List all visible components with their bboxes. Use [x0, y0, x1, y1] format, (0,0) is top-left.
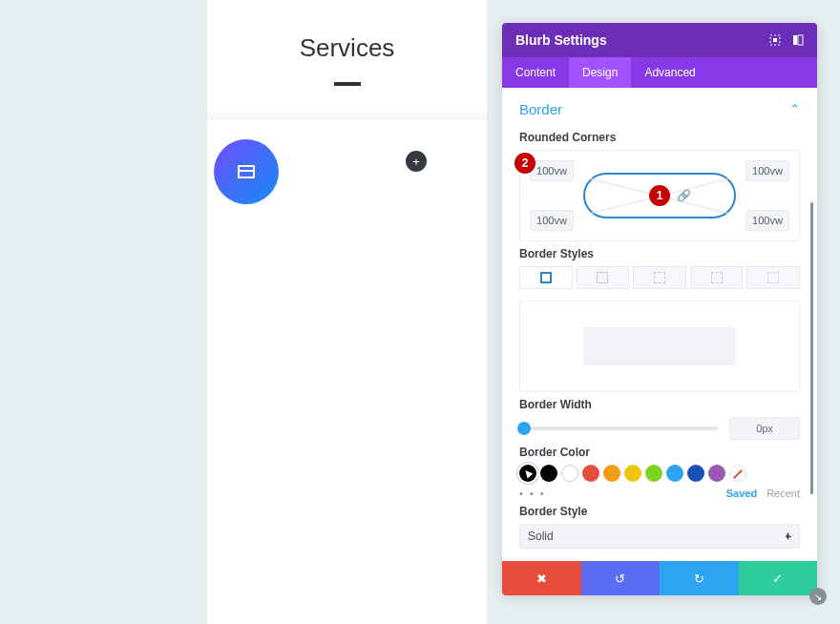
- corner-input-top-left[interactable]: 100vw: [530, 160, 574, 181]
- page-title: Services: [207, 0, 487, 63]
- border-width-slider[interactable]: [519, 426, 718, 430]
- window-icon: [238, 165, 255, 178]
- settings-panel: Blurb Settings Content Design Advanced B…: [502, 23, 817, 595]
- corner-input-top-right[interactable]: 100vw: [746, 160, 789, 181]
- confirm-button[interactable]: ✓: [739, 561, 818, 595]
- recent-colors-tab[interactable]: Recent: [766, 488, 800, 499]
- snap-icon[interactable]: [792, 34, 804, 46]
- label-border-color: Border Color: [519, 446, 800, 459]
- settings-tabs: Content Design Advanced: [502, 57, 817, 88]
- select-caret-icon: ▲▼: [785, 532, 791, 540]
- saved-colors-tab[interactable]: Saved: [726, 488, 757, 499]
- section-title: Border: [519, 101, 562, 117]
- callout-badge-2: 2: [514, 153, 536, 174]
- label-border-style: Border Style: [519, 505, 800, 518]
- border-style-left[interactable]: [746, 266, 800, 289]
- color-swatch[interactable]: [540, 465, 557, 482]
- svg-rect-3: [798, 35, 803, 45]
- callout-badge-1: 1: [649, 185, 670, 206]
- border-style-right[interactable]: [633, 266, 686, 289]
- more-colors-button[interactable]: • • •: [519, 488, 546, 499]
- tab-design[interactable]: Design: [569, 57, 631, 88]
- color-swatch[interactable]: [666, 465, 683, 482]
- svg-rect-1: [773, 38, 777, 42]
- color-picker-button[interactable]: [519, 465, 536, 482]
- rounded-corners-control[interactable]: 100vw 100vw 100vw 100vw 1 🔗 2: [519, 150, 800, 241]
- color-swatch[interactable]: [645, 465, 662, 482]
- page-canvas: Services +: [207, 0, 487, 624]
- blurb-icon-circle[interactable]: [214, 139, 279, 204]
- label-border-width: Border Width: [519, 398, 800, 411]
- panel-header[interactable]: Blurb Settings: [502, 23, 817, 57]
- scrollbar[interactable]: [810, 202, 813, 494]
- expand-icon[interactable]: [769, 34, 781, 46]
- corner-input-bottom-left[interactable]: 100vw: [530, 210, 574, 231]
- color-swatches: [519, 465, 800, 482]
- color-swatch[interactable]: [708, 465, 725, 482]
- color-swatch[interactable]: [582, 465, 599, 482]
- tab-content[interactable]: Content: [502, 57, 569, 88]
- module-preview[interactable]: +: [207, 120, 487, 223]
- color-swatch[interactable]: [624, 465, 641, 482]
- undo-button[interactable]: ↺: [581, 561, 661, 595]
- border-width-value[interactable]: 0px: [729, 417, 800, 440]
- title-underline: [334, 82, 361, 86]
- slider-thumb[interactable]: [517, 422, 531, 435]
- panel-body: Border ⌃ Rounded Corners 100vw 100vw 100…: [502, 88, 817, 561]
- label-rounded-corners: Rounded Corners: [519, 131, 800, 144]
- section-gap: [207, 113, 487, 120]
- border-style-bottom[interactable]: [690, 266, 744, 289]
- border-style-top[interactable]: [577, 266, 630, 289]
- svg-rect-2: [793, 35, 797, 45]
- tab-advanced[interactable]: Advanced: [631, 57, 708, 88]
- color-swatch-none[interactable]: [729, 465, 746, 482]
- chevron-up-icon: ⌃: [789, 102, 800, 116]
- panel-footer: ✖ ↺ ↻ ✓: [502, 561, 817, 595]
- border-style-all[interactable]: [519, 266, 573, 289]
- panel-resize-handle[interactable]: ↘: [809, 588, 827, 605]
- section-border-header[interactable]: Border ⌃: [519, 88, 800, 125]
- label-border-styles: Border Styles: [519, 247, 800, 260]
- redo-button[interactable]: ↻: [660, 561, 739, 595]
- border-style-preview: [519, 301, 800, 392]
- panel-title: Blurb Settings: [515, 32, 607, 48]
- color-swatch[interactable]: [603, 465, 620, 482]
- corner-input-bottom-right[interactable]: 100vw: [746, 210, 789, 231]
- add-module-button[interactable]: +: [406, 151, 427, 172]
- border-style-select[interactable]: Solid ▲▼: [519, 524, 800, 549]
- border-style-selected: Solid: [528, 530, 554, 543]
- discard-button[interactable]: ✖: [502, 561, 581, 595]
- color-swatch[interactable]: [561, 465, 578, 482]
- color-swatch[interactable]: [687, 465, 704, 482]
- link-values-icon[interactable]: 🔗: [677, 189, 691, 202]
- border-style-tabs: [519, 266, 800, 289]
